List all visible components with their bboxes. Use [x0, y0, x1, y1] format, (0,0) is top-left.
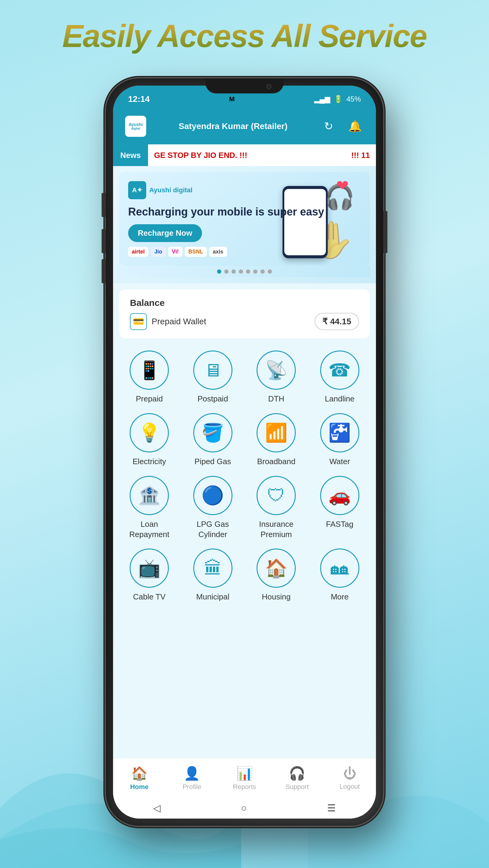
header-username: Satyendra Kumar (Retailer) — [179, 121, 287, 131]
wallet-left: 💳 Prepaid Wallet — [130, 313, 206, 330]
nav-logout[interactable]: ⏻ Logout — [324, 758, 376, 798]
service-postpaid[interactable]: 🖥 Postpaid — [183, 347, 243, 407]
service-loan-repayment[interactable]: 🏦 LoanRepayment — [119, 473, 180, 543]
loan-repayment-label: LoanRepayment — [129, 519, 170, 540]
banner-dots — [119, 266, 370, 277]
banner-logo-text: Ayushi digital — [149, 186, 192, 194]
banner-logo: A✦ Ayushi digital — [128, 181, 324, 199]
postpaid-icon: 🖥 — [193, 350, 233, 390]
service-lpg-gas[interactable]: 🔵 LPG GasCylinder — [183, 473, 243, 543]
dot-5 — [246, 270, 250, 274]
logout-nav-label: Logout — [339, 783, 360, 790]
service-water[interactable]: 🚰 Water — [310, 410, 370, 470]
notification-button[interactable]: 🔔 — [346, 118, 364, 135]
prepaid-label: Prepaid — [136, 394, 163, 404]
carrier-icon: M — [229, 95, 235, 103]
battery-icon: 🔋 — [334, 95, 343, 103]
service-broadband[interactable]: 📶 Broadband — [246, 410, 307, 470]
logo-line1: Ayushi — [129, 122, 143, 127]
lpg-gas-label: LPG GasCylinder — [196, 519, 229, 540]
back-button[interactable]: ◁ — [153, 802, 161, 814]
reports-nav-label: Reports — [233, 783, 256, 791]
electricity-label: Electricity — [133, 457, 166, 467]
service-housing[interactable]: 🏠 Housing — [246, 546, 307, 605]
vi-logo: Vi! — [168, 247, 182, 257]
service-municipal[interactable]: 🏛 Municipal — [183, 546, 243, 605]
water-icon: 🚰 — [320, 413, 359, 453]
wallet-label: Prepaid Wallet — [152, 317, 206, 327]
water-label: Water — [330, 457, 350, 467]
notch-camera — [266, 84, 272, 89]
home-nav-icon: 🏠 — [131, 766, 148, 781]
service-dth[interactable]: 📡 DTH — [246, 347, 307, 407]
battery-percent: 45% — [346, 95, 361, 103]
news-badge: News — [113, 144, 148, 166]
reports-nav-icon: 📊 — [236, 766, 253, 781]
service-piped-gas[interactable]: 🪣 Piped Gas — [183, 410, 243, 470]
news-bar: News GE STOP BY JIO END. !!! !!! 11 — [113, 144, 376, 166]
piped-gas-icon: 🪣 — [193, 413, 233, 453]
wallet-icon: 💳 — [130, 313, 147, 330]
banner-title: Recharging your mobile is super easy — [128, 205, 324, 218]
broadband-label: Broadband — [257, 457, 296, 467]
banner-content: A✦ Ayushi digital Recharging your mobile… — [128, 181, 324, 257]
service-prepaid[interactable]: 📱 Prepaid — [119, 347, 180, 407]
logo-line2: digital — [131, 127, 140, 130]
housing-label: Housing — [262, 592, 291, 602]
service-cable-tv[interactable]: 📺 Cable TV — [119, 546, 180, 605]
more-icon: 🏘 — [320, 549, 359, 588]
phone-screen: 12:14 M ▂▄▆ 🔋 45% Ayushi digital Satyend… — [113, 86, 376, 818]
app-header: Ayushi digital Satyendra Kumar (Retailer… — [113, 110, 376, 144]
support-nav-label: Support — [285, 783, 309, 791]
carrier-logos: airtel Jio Vi! BSNL axis — [128, 247, 324, 257]
services-scroll: 📱 Prepaid 🖥 Postpaid 📡 DTH ☎ Landline — [113, 338, 376, 758]
service-fastag[interactable]: 🚗 FASTag — [310, 473, 370, 543]
airtel-logo: airtel — [128, 247, 148, 257]
refresh-button[interactable]: ↻ — [320, 118, 337, 135]
header-actions: ↻ 🔔 — [320, 118, 364, 135]
balance-section: Balance 💳 Prepaid Wallet ₹ 44.15 — [119, 289, 370, 338]
support-nav-icon: 🎧 — [289, 766, 305, 781]
service-insurance[interactable]: 🛡 InsurancePremium — [246, 473, 307, 543]
lpg-gas-icon: 🔵 — [193, 476, 233, 515]
municipal-label: Municipal — [196, 592, 230, 602]
municipal-icon: 🏛 — [193, 549, 233, 588]
service-electricity[interactable]: 💡 Electricity — [119, 410, 180, 470]
landline-label: Landline — [325, 394, 355, 404]
jio-logo: Jio — [151, 247, 166, 257]
banner-card: A✦ Ayushi digital Recharging your mobile… — [119, 172, 370, 266]
dot-1 — [217, 270, 221, 274]
fastag-label: FASTag — [326, 519, 353, 530]
nav-support[interactable]: 🎧 Support — [271, 758, 323, 798]
cable-tv-label: Cable TV — [133, 592, 165, 602]
landline-icon: ☎ — [320, 350, 359, 390]
banner-section: A✦ Ayushi digital Recharging your mobile… — [113, 166, 376, 283]
dth-icon: 📡 — [256, 350, 296, 390]
axis-logo: axis — [209, 247, 227, 257]
profile-nav-label: Profile — [182, 783, 201, 791]
electricity-icon: 💡 — [130, 413, 169, 453]
phone-frame: 12:14 M ▂▄▆ 🔋 45% Ayushi digital Satyend… — [106, 79, 383, 826]
service-landline[interactable]: ☎ Landline — [310, 347, 370, 407]
insurance-icon: 🛡 — [256, 476, 296, 515]
home-nav-label: Home — [130, 783, 149, 791]
service-more[interactable]: 🏘 More — [310, 546, 370, 605]
balance-row: 💳 Prepaid Wallet ₹ 44.15 — [130, 313, 359, 330]
nav-profile[interactable]: 👤 Profile — [165, 758, 218, 798]
nav-home[interactable]: 🏠 Home — [113, 758, 165, 798]
phone-container: 12:14 M ▂▄▆ 🔋 45% Ayushi digital Satyend… — [106, 79, 383, 826]
nav-reports[interactable]: 📊 Reports — [218, 758, 271, 798]
recharge-now-button[interactable]: Recharge Now — [128, 224, 202, 242]
broadband-icon: 📶 — [256, 413, 296, 453]
notch — [205, 79, 284, 93]
recents-button[interactable]: ☰ — [327, 802, 336, 814]
insurance-label: InsurancePremium — [259, 519, 293, 540]
bottom-nav: 🏠 Home 👤 Profile 📊 Reports 🎧 Support ⏻ — [113, 758, 376, 798]
header-logo: Ayushi digital — [125, 116, 146, 137]
housing-icon: 🏠 — [256, 549, 296, 588]
news-text: GE STOP BY JIO END. !!! — [148, 151, 253, 160]
android-nav: ◁ ○ ☰ — [113, 798, 376, 818]
status-time: 12:14 — [128, 94, 150, 104]
dot-2 — [224, 270, 228, 274]
home-button[interactable]: ○ — [241, 803, 247, 814]
